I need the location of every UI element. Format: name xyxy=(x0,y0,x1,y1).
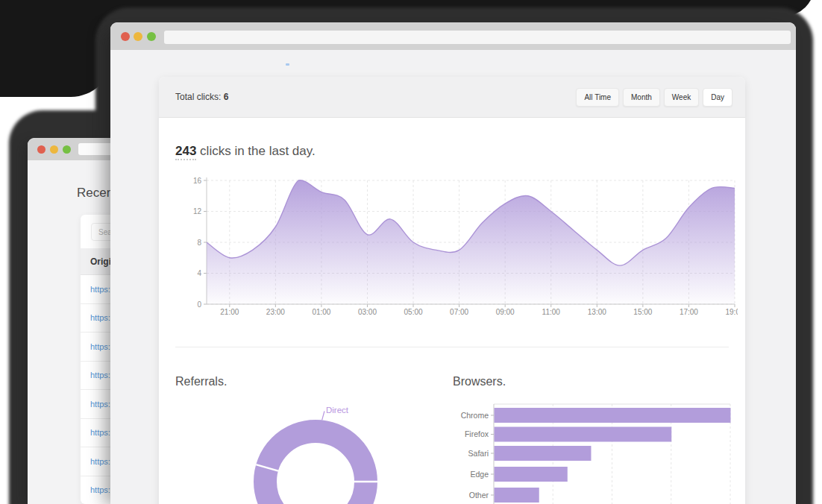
svg-text:17:00: 17:00 xyxy=(680,308,698,316)
svg-text:01:00: 01:00 xyxy=(312,308,330,316)
svg-text:13:00: 13:00 xyxy=(588,308,606,316)
svg-text:0: 0 xyxy=(197,300,201,309)
clicks-headline-text: clicks in the last day. xyxy=(196,144,315,158)
svg-text:07:00: 07:00 xyxy=(450,308,468,316)
svg-text:23:00: 23:00 xyxy=(266,308,285,316)
svg-text:21:00: 21:00 xyxy=(220,308,239,316)
svg-text:4: 4 xyxy=(197,269,201,277)
svg-text:05:00: 05:00 xyxy=(404,308,423,316)
svg-text:8: 8 xyxy=(197,239,201,247)
stats-card: Total clicks: 6 All TimeMonthWeekDay 243… xyxy=(159,77,745,504)
total-clicks-text: Total clicks: xyxy=(175,92,221,102)
bar-label-edge: Edge xyxy=(470,470,489,479)
range-button-all-time[interactable]: All Time xyxy=(576,88,619,107)
zoom-window-button[interactable] xyxy=(63,145,71,154)
short-link[interactable]: https: xyxy=(90,400,110,409)
decorative-dash xyxy=(286,63,289,66)
range-button-day[interactable]: Day xyxy=(703,88,732,107)
section-divider xyxy=(175,347,729,347)
clicks-count: 243 xyxy=(175,144,196,160)
bar-label-firefox: Firefox xyxy=(465,429,489,438)
clicks-area-chart: 048121621:0023:0001:0003:0005:0007:0009:… xyxy=(174,171,738,321)
svg-text:15:00: 15:00 xyxy=(633,308,652,316)
referrals-title: Referrals. xyxy=(175,375,227,388)
svg-text:16: 16 xyxy=(193,177,202,185)
browsers-bar-chart: ChromeFirefoxSafariEdgeOther xyxy=(445,397,744,504)
donut-slice-label-direct: Direct xyxy=(326,406,349,415)
time-range-buttons: All TimeMonthWeekDay xyxy=(576,88,732,107)
bar-label-other: Other xyxy=(469,491,489,500)
short-link[interactable]: https: xyxy=(90,457,110,466)
minimize-window-button[interactable] xyxy=(134,32,142,41)
short-link[interactable]: https: xyxy=(90,342,110,351)
analytics-browser-window: Total clicks: 6 All TimeMonthWeekDay 243… xyxy=(110,22,796,504)
short-link[interactable]: https: xyxy=(90,428,110,437)
stats-card-header: Total clicks: 6 All TimeMonthWeekDay xyxy=(159,77,745,118)
total-clicks-value: 6 xyxy=(224,92,229,102)
url-bar[interactable] xyxy=(164,31,791,44)
recent-links-heading: Recen xyxy=(77,186,113,201)
short-link[interactable]: https: xyxy=(90,313,110,322)
svg-text:03:00: 03:00 xyxy=(358,308,377,316)
browsers-title: Browsers. xyxy=(453,375,506,388)
short-link[interactable]: https: xyxy=(90,485,110,494)
zoom-window-button[interactable] xyxy=(147,32,156,41)
short-link[interactable]: https: xyxy=(90,371,110,379)
minimize-window-button[interactable] xyxy=(50,145,58,154)
short-link[interactable]: https: xyxy=(90,285,110,294)
clicks-headline: 243 clicks in the last day. xyxy=(175,144,316,159)
total-clicks-label: Total clicks: 6 xyxy=(175,92,228,102)
close-window-button[interactable] xyxy=(37,145,46,154)
svg-text:19:00: 19:00 xyxy=(725,308,738,316)
range-button-week[interactable]: Week xyxy=(664,88,699,107)
front-titlebar xyxy=(110,22,796,50)
bar-label-safari: Safari xyxy=(468,449,489,458)
referrals-donut-chart: Direct xyxy=(252,403,379,504)
close-window-button[interactable] xyxy=(121,32,130,41)
svg-text:09:00: 09:00 xyxy=(496,308,515,316)
bar-label-chrome: Chrome xyxy=(461,411,489,420)
svg-text:11:00: 11:00 xyxy=(542,308,561,316)
range-button-month[interactable]: Month xyxy=(623,88,660,107)
svg-text:12: 12 xyxy=(193,207,202,215)
